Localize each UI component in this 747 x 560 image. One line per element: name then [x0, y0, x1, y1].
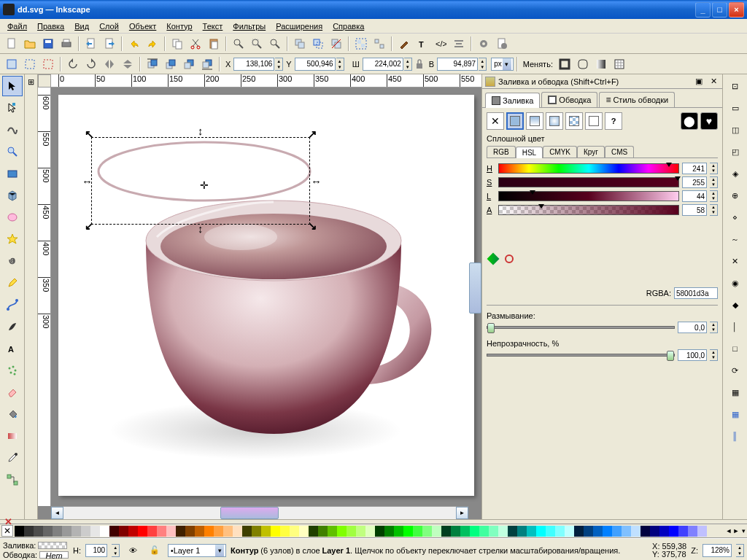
flip-h-button[interactable]: [101, 55, 118, 73]
spiral-tool[interactable]: [2, 251, 23, 271]
palette-swatch[interactable]: [185, 526, 195, 537]
palette-swatch[interactable]: [233, 526, 242, 537]
palette-swatch[interactable]: [479, 526, 489, 537]
selector-tool[interactable]: [2, 76, 23, 96]
palette-swatch[interactable]: [640, 526, 650, 537]
snap-line-button[interactable]: │: [725, 316, 746, 337]
connector-tool[interactable]: [2, 470, 23, 490]
palette-swatch[interactable]: [432, 526, 441, 537]
palette-swatch[interactable]: [43, 526, 53, 537]
group-button[interactable]: [352, 35, 370, 52]
palette-swatch[interactable]: [622, 526, 631, 537]
menu-help[interactable]: Справка: [328, 20, 368, 32]
palette-swatch[interactable]: [15, 526, 24, 537]
paint-pattern-button[interactable]: [565, 112, 583, 130]
opacity-slider[interactable]: [487, 354, 675, 357]
layer-lock-icon[interactable]: 🔓: [146, 542, 163, 559]
select-all-button[interactable]: [21, 55, 39, 73]
colortab-hsl[interactable]: HSL: [516, 147, 543, 158]
palette-swatch[interactable]: [489, 526, 498, 537]
palette-swatch[interactable]: [650, 526, 659, 537]
palette-swatch[interactable]: [546, 526, 555, 537]
snap-grid-button[interactable]: ▦: [725, 404, 746, 424]
tweak-tool[interactable]: [2, 120, 23, 140]
menu-path[interactable]: Контур: [162, 20, 196, 32]
palette-swatch[interactable]: [470, 526, 479, 537]
palette-swatch[interactable]: [242, 526, 252, 537]
blur-slider[interactable]: [487, 326, 675, 329]
w-input[interactable]: [363, 58, 403, 71]
palette-swatch[interactable]: [413, 526, 422, 537]
scale-handle-s[interactable]: ↕: [198, 225, 206, 234]
palette-swatch[interactable]: [536, 526, 546, 537]
export-button[interactable]: [101, 35, 118, 52]
tab-stroke-style[interactable]: ≡Стиль обводки: [599, 92, 675, 107]
align-dialog-button[interactable]: [450, 35, 468, 52]
scale-handle-w[interactable]: ↔: [82, 178, 90, 187]
lower-bottom-button[interactable]: [198, 55, 216, 73]
ruler-horizontal[interactable]: 050100150200250300350400450500550: [51, 74, 481, 88]
palette-none[interactable]: ✕: [1, 525, 13, 537]
palette-swatch[interactable]: [678, 526, 688, 537]
snap-toggle[interactable]: ⊞: [26, 76, 37, 88]
blur-spinner[interactable]: ▲▼: [710, 322, 718, 333]
snap-rotation-button[interactable]: ⟳: [725, 360, 746, 381]
snap-bbox-button[interactable]: ▭: [725, 98, 746, 118]
palette-swatch[interactable]: [309, 526, 318, 537]
flip-v-button[interactable]: [119, 55, 136, 73]
palette-swatch[interactable]: [498, 526, 508, 537]
preferences-button[interactable]: [475, 35, 492, 52]
zoom-page-button[interactable]: [266, 35, 284, 52]
palette-swatch[interactable]: [138, 526, 147, 537]
paste-button[interactable]: [205, 35, 222, 52]
snap-center-button[interactable]: ⊕: [725, 185, 746, 206]
opacity-input[interactable]: [678, 349, 707, 361]
palette-swatch[interactable]: [119, 526, 128, 537]
zoom-selection-button[interactable]: [230, 35, 247, 52]
unlink-clone-button[interactable]: [328, 35, 345, 52]
palette-swatch[interactable]: [261, 526, 271, 537]
opacity-spinner[interactable]: ▲▼: [710, 349, 718, 361]
menu-filters[interactable]: Фильтры: [228, 20, 270, 32]
palette-swatch[interactable]: [100, 526, 109, 537]
palette-swatch[interactable]: [290, 526, 299, 537]
menu-layer[interactable]: Слой: [95, 20, 123, 32]
color-managed-icon[interactable]: [487, 252, 500, 265]
palette-swatch[interactable]: [337, 526, 347, 537]
zoom-input[interactable]: [703, 544, 732, 557]
scale-handle-sw[interactable]: ↙: [85, 222, 93, 231]
palette-swatch[interactable]: [356, 526, 365, 537]
palette-swatch[interactable]: [565, 526, 574, 537]
raise-top-button[interactable]: [144, 55, 161, 73]
palette-swatch[interactable]: [128, 526, 138, 537]
palette-swatch[interactable]: [659, 526, 669, 537]
palette-swatch[interactable]: [71, 526, 81, 537]
zoom-drawing-button[interactable]: [248, 35, 266, 52]
colortab-rgb[interactable]: RGB: [487, 146, 516, 158]
palette-swatch[interactable]: [555, 526, 565, 537]
snap-cusp-button[interactable]: ◆: [725, 295, 746, 315]
palette-swatch[interactable]: [631, 526, 640, 537]
master-opacity-input[interactable]: [85, 544, 107, 557]
eraser-tool[interactable]: [2, 382, 23, 402]
panel-minimize-button[interactable]: ▣: [693, 76, 705, 88]
horizontal-scroll-thumb[interactable]: [220, 507, 279, 519]
palette-scroll-left[interactable]: ◄: [725, 527, 732, 534]
paint-lineargrad-button[interactable]: [526, 112, 543, 130]
palette-swatch[interactable]: [53, 526, 62, 537]
menu-file[interactable]: Файл: [3, 20, 31, 32]
alpha-slider[interactable]: [498, 205, 679, 215]
snap-page-button[interactable]: ▦: [725, 382, 746, 402]
palette-swatch[interactable]: [375, 526, 384, 537]
palette-scroll-right[interactable]: ►: [732, 527, 740, 534]
clone-button[interactable]: [309, 35, 327, 52]
fill-stroke-dialog-button[interactable]: [395, 35, 413, 52]
layer-select[interactable]: •Layer 1: [168, 544, 226, 557]
palette-swatch[interactable]: [271, 526, 280, 537]
affect-pattern-button[interactable]: [611, 55, 628, 73]
palette-swatch[interactable]: [34, 526, 43, 537]
palette-swatch[interactable]: [460, 526, 470, 537]
snap-intersection-button[interactable]: ✕: [725, 251, 746, 271]
light-spinner[interactable]: ▲▼: [710, 190, 718, 202]
menu-view[interactable]: Вид: [70, 20, 93, 32]
